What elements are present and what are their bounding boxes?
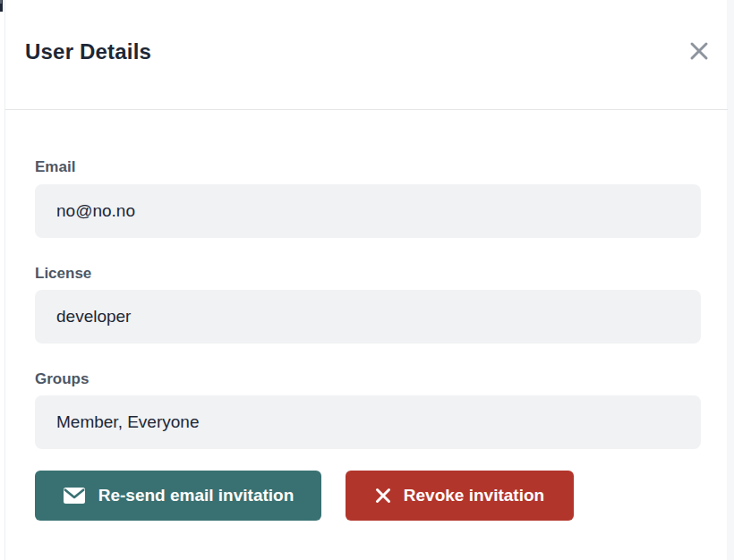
background-artifact [0, 0, 2, 4]
x-icon [375, 488, 391, 504]
license-field-label: License [35, 265, 91, 283]
email-field[interactable]: no@no.no [35, 184, 701, 238]
close-button[interactable] [686, 38, 713, 64]
email-field-value: no@no.no [56, 201, 135, 221]
background-strip [727, 0, 734, 560]
close-icon [688, 40, 710, 62]
modal-header: User Details [5, 0, 727, 109]
groups-field-label: Groups [35, 370, 89, 388]
resend-email-invitation-button[interactable]: Re-send email invitation [35, 471, 321, 521]
page: User Details Email no@no.no License deve… [0, 0, 734, 560]
resend-button-label: Re-send email invitation [98, 486, 294, 505]
header-divider [5, 109, 728, 110]
revoke-invitation-button[interactable]: Revoke invitation [346, 471, 574, 521]
groups-field-value: Member, Everyone [56, 412, 199, 432]
license-field-value: developer [56, 307, 131, 327]
groups-field[interactable]: Member, Everyone [35, 395, 701, 449]
page-title: User Details [25, 39, 151, 64]
email-field-label: Email [35, 158, 75, 176]
user-details-modal: User Details Email no@no.no License deve… [4, 0, 727, 560]
envelope-icon [63, 487, 86, 505]
license-field[interactable]: developer [35, 290, 701, 344]
revoke-button-label: Revoke invitation [404, 486, 544, 505]
